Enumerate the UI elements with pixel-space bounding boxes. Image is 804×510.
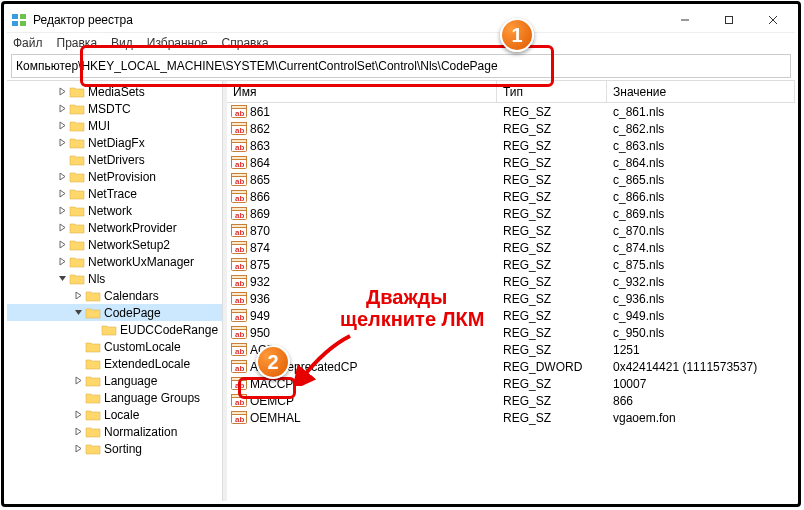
titlebar[interactable]: Редактор реестра [7, 7, 795, 33]
value-name: ACP [250, 343, 275, 357]
tree-item[interactable]: NetDrivers [7, 151, 222, 168]
chevron-right-icon[interactable] [55, 138, 69, 147]
tree-item[interactable]: Sorting [7, 440, 222, 457]
address-bar[interactable]: Компьютер\HKEY_LOCAL_MACHINE\SYSTEM\Curr… [11, 54, 791, 78]
list-row[interactable]: ab936REG_SZc_936.nls [227, 290, 795, 307]
value-name: 862 [250, 122, 270, 136]
list-row[interactable]: ab865REG_SZc_865.nls [227, 171, 795, 188]
tree-item[interactable]: MSDTC [7, 100, 222, 117]
tree-item-label: ExtendedLocale [104, 357, 190, 371]
menu-file[interactable]: Файл [13, 36, 43, 50]
minimize-button[interactable] [663, 7, 707, 32]
tree-item[interactable]: ExtendedLocale [7, 355, 222, 372]
value-data: 1251 [607, 343, 795, 357]
chevron-right-icon[interactable] [55, 104, 69, 113]
chevron-right-icon[interactable] [55, 189, 69, 198]
list-body[interactable]: ab861REG_SZc_861.nlsab862REG_SZc_862.nls… [227, 103, 795, 501]
tree-item[interactable]: MediaSets [7, 83, 222, 100]
tree[interactable]: MediaSetsMSDTCMUINetDiagFxNetDriversNetP… [7, 81, 222, 501]
chevron-down-icon[interactable] [71, 308, 85, 317]
column-type[interactable]: Тип [497, 81, 607, 102]
svg-text:ab: ab [235, 381, 244, 390]
chevron-right-icon[interactable] [55, 121, 69, 130]
tree-item[interactable]: CodePage [7, 304, 222, 321]
tree-item[interactable]: CustomLocale [7, 338, 222, 355]
chevron-right-icon[interactable] [55, 240, 69, 249]
menu-help[interactable]: Справка [222, 36, 269, 50]
folder-icon [85, 425, 101, 439]
address-path: HKEY_LOCAL_MACHINE\SYSTEM\CurrentControl… [81, 59, 497, 73]
menu-view[interactable]: Вид [111, 36, 133, 50]
tree-item[interactable]: NetTrace [7, 185, 222, 202]
list-row[interactable]: ab874REG_SZc_874.nls [227, 239, 795, 256]
tree-item[interactable]: NetworkSetup2 [7, 236, 222, 253]
list-row[interactable]: ab875REG_SZc_875.nls [227, 256, 795, 273]
tree-item-label: Nls [88, 272, 105, 286]
tree-item-label: NetworkProvider [88, 221, 177, 235]
tree-item[interactable]: NetDiagFx [7, 134, 222, 151]
chevron-right-icon[interactable] [71, 427, 85, 436]
tree-item-label: NetworkSetup2 [88, 238, 170, 252]
value-name: OEMHAL [250, 411, 301, 425]
list-row[interactable]: ab869REG_SZc_869.nls [227, 205, 795, 222]
value-type: REG_SZ [497, 377, 607, 391]
list-row[interactable]: abACPREG_SZ1251 [227, 341, 795, 358]
value-data: c_870.nls [607, 224, 795, 238]
menu-edit[interactable]: Правка [57, 36, 98, 50]
value-name: 861 [250, 105, 270, 119]
list-row[interactable]: ab866REG_SZc_866.nls [227, 188, 795, 205]
value-name: MACCP [250, 377, 293, 391]
chevron-right-icon[interactable] [55, 87, 69, 96]
list-row[interactable]: ab864REG_SZc_864.nls [227, 154, 795, 171]
tree-item[interactable]: NetworkProvider [7, 219, 222, 236]
tree-item[interactable]: MUI [7, 117, 222, 134]
svg-text:ab: ab [235, 296, 244, 305]
chevron-right-icon[interactable] [55, 223, 69, 232]
list-row[interactable]: ab861REG_SZc_861.nls [227, 103, 795, 120]
chevron-right-icon[interactable] [55, 172, 69, 181]
tree-item[interactable]: EUDCCodeRange [7, 321, 222, 338]
close-button[interactable] [751, 7, 795, 32]
value-type: REG_SZ [497, 394, 607, 408]
menu-favorites[interactable]: Избранное [147, 36, 208, 50]
value-data: c_949.nls [607, 309, 795, 323]
tree-item[interactable]: Locale [7, 406, 222, 423]
list-row[interactable]: abOEMCPREG_SZ866 [227, 392, 795, 409]
column-value[interactable]: Значение [607, 81, 795, 102]
chevron-right-icon[interactable] [55, 257, 69, 266]
reg-string-icon: ab [231, 257, 247, 272]
list-row[interactable]: abAllowDeprecatedCPREG_DWORD0x42414421 (… [227, 358, 795, 375]
value-data: vgaoem.fon [607, 411, 795, 425]
chevron-right-icon[interactable] [71, 444, 85, 453]
chevron-right-icon[interactable] [71, 291, 85, 300]
list-row[interactable]: ab863REG_SZc_863.nls [227, 137, 795, 154]
list-row[interactable]: abMACCPREG_SZ10007 [227, 375, 795, 392]
list-row[interactable]: ab949REG_SZc_949.nls [227, 307, 795, 324]
list-row[interactable]: abOEMHALREG_SZvgaoem.fon [227, 409, 795, 426]
svg-text:ab: ab [235, 415, 244, 424]
column-name[interactable]: Имя [227, 81, 497, 102]
value-name: 950 [250, 326, 270, 340]
chevron-right-icon[interactable] [55, 206, 69, 215]
list-row[interactable]: ab862REG_SZc_862.nls [227, 120, 795, 137]
tree-item[interactable]: Calendars [7, 287, 222, 304]
tree-item[interactable]: Network [7, 202, 222, 219]
menubar: Файл Правка Вид Избранное Справка [7, 33, 795, 53]
tree-item[interactable]: NetworkUxManager [7, 253, 222, 270]
tree-item[interactable]: Nls [7, 270, 222, 287]
tree-item[interactable]: NetProvision [7, 168, 222, 185]
list-row[interactable]: ab950REG_SZc_950.nls [227, 324, 795, 341]
chevron-right-icon[interactable] [71, 410, 85, 419]
tree-item[interactable]: Normalization [7, 423, 222, 440]
value-data: c_864.nls [607, 156, 795, 170]
list-row[interactable]: ab932REG_SZc_932.nls [227, 273, 795, 290]
value-data: 0x42414421 (1111573537) [607, 360, 795, 374]
address-prefix: Компьютер\ [16, 59, 81, 73]
tree-item[interactable]: Language Groups [7, 389, 222, 406]
reg-string-icon: ab [231, 138, 247, 153]
chevron-down-icon[interactable] [55, 274, 69, 283]
tree-item[interactable]: Language [7, 372, 222, 389]
maximize-button[interactable] [707, 7, 751, 32]
list-row[interactable]: ab870REG_SZc_870.nls [227, 222, 795, 239]
chevron-right-icon[interactable] [71, 376, 85, 385]
